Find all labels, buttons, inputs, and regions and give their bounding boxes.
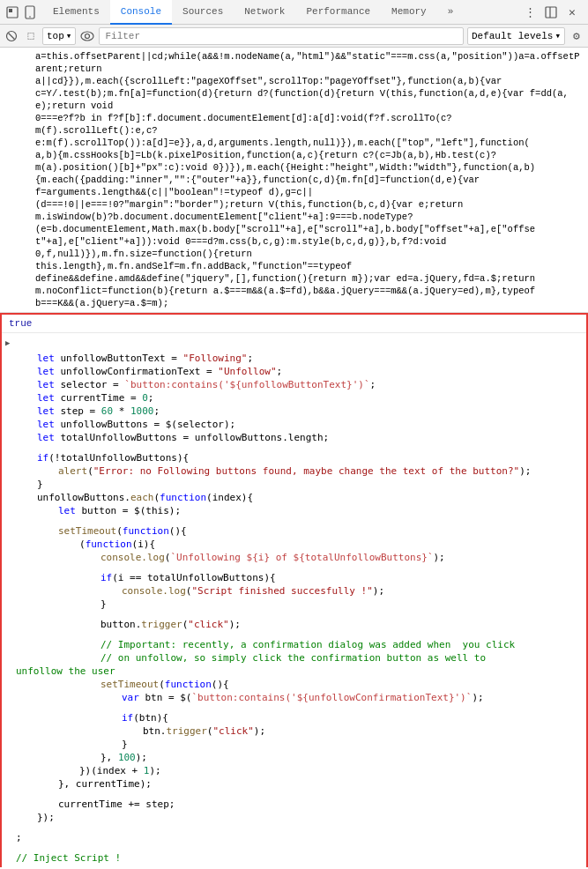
code-line-2: let unfollowConfirmationText = "Unfollow… (16, 365, 579, 378)
code-line-15: console.log(`Unfollowing ${i} of ${total… (16, 551, 579, 564)
tab-sources[interactable]: Sources (172, 0, 234, 25)
clear-console-icon[interactable] (4, 28, 19, 44)
inspect-element-icon[interactable] (4, 4, 21, 21)
code-line-22: if(btn){ (16, 711, 579, 724)
filter-input[interactable] (99, 27, 464, 45)
devtools-tabs: Elements Console Sources Network Perform… (42, 0, 464, 25)
eye-icon[interactable] (79, 28, 95, 44)
code-line-30: ; (16, 831, 579, 844)
dock-icon[interactable] (542, 4, 560, 21)
minified-js-text: a=this.offsetParent||cd;while(a&&!m.node… (0, 49, 588, 310)
code-blank-1 (16, 444, 579, 451)
active-script-block: true ▶ let unfollowButtonText = "Followi… (0, 313, 588, 867)
code-blank-8 (16, 824, 579, 831)
svg-line-7 (9, 33, 15, 39)
console-toolbar: ⬚ top ▾ Default levels ▾ ⚙ (0, 25, 588, 48)
code-line-12: let button = $(this); (16, 504, 579, 517)
code-arrow-line: ▶ (2, 335, 586, 352)
code-blank-4 (16, 611, 579, 618)
code-line-25: }, 100); (16, 751, 579, 764)
devtools-tab-bar: Elements Console Sources Network Perform… (0, 0, 588, 25)
code-line-6: let unfollowButtons = $(selector); (16, 418, 579, 431)
code-line-19: button.trigger("click"); (16, 618, 579, 631)
mobile-icon[interactable] (21, 4, 39, 21)
code-line-27: }, currentTime); (16, 777, 579, 791)
code-line-20: setTimeout(function(){ (16, 678, 579, 691)
code-comment-1: // Important: recently, a confirmation d… (16, 638, 579, 651)
code-line-26: })(index + 1); (16, 764, 579, 777)
close-devtools-icon[interactable]: ✕ (563, 4, 581, 21)
code-blank-3 (16, 564, 579, 571)
console-output-area[interactable]: a=this.offsetParent||cd;while(a&&!m.node… (0, 48, 588, 867)
context-value: top (47, 31, 64, 41)
log-level-chevron: ▾ (555, 30, 561, 41)
code-line-31: document.getElementsByTagName('head')[0]… (16, 865, 579, 867)
code-line-10: } (16, 478, 579, 491)
code-line-4: let currentTime = 0; (16, 391, 579, 405)
log-level-label: Default levels (472, 31, 553, 41)
code-blank-5 (16, 631, 579, 638)
context-chevron: ▾ (66, 30, 72, 41)
code-blank-9 (16, 844, 579, 851)
svg-rect-1 (9, 9, 12, 12)
minified-js-block: a=this.offsetParent||cd;while(a&&!m.node… (0, 48, 588, 313)
svg-point-9 (86, 33, 90, 38)
tab-console[interactable]: Console (110, 0, 172, 25)
code-line-17: console.log("Script finished succesfully… (16, 584, 579, 598)
code-blank-7 (16, 791, 579, 798)
code-line-16: if(i == totalUnfollowButtons){ (16, 571, 579, 584)
customize-icon[interactable]: ⋮ (521, 4, 539, 21)
script-code: ▶ let unfollowButtonText = "Following"; … (2, 333, 586, 867)
code-blank-2 (16, 517, 579, 524)
code-line-8: if(!totalUnfollowButtons){ (16, 451, 579, 464)
code-line-11: unfollowButtons.each(function(index){ (16, 491, 579, 504)
context-selector[interactable]: top ▾ (42, 27, 76, 45)
tab-memory[interactable]: Memory (381, 0, 437, 25)
true-output-value: true (9, 316, 32, 331)
svg-point-8 (81, 32, 93, 41)
code-line-29: }); (16, 811, 579, 824)
code-comment-2: // on unfollow, so simply click the conf… (16, 651, 579, 665)
code-line-18: } (16, 598, 579, 611)
code-line-7: let totalUnfollowButtons = unfollowButto… (16, 431, 579, 444)
code-comment-4: // Inject Script ! (16, 851, 579, 865)
code-line-24: } (16, 738, 579, 751)
svg-rect-4 (546, 7, 556, 18)
code-line-9: alert("Error: no Following buttons found… (16, 464, 579, 478)
tab-more[interactable]: » (437, 0, 465, 25)
code-comment-3: unfollow the user (16, 665, 579, 678)
expand-arrow-icon[interactable]: ▶ (5, 336, 13, 351)
code-line-21: var btn = $(`button:contains('${unfollow… (16, 691, 579, 704)
code-line-14: (function(i){ (16, 538, 579, 551)
tab-network[interactable]: Network (234, 0, 295, 25)
preserve-log-icon[interactable]: ⬚ (23, 28, 39, 44)
toolbar-actions: ⋮ ✕ (521, 4, 584, 21)
tab-elements[interactable]: Elements (42, 0, 110, 25)
code-line-28: currentTime += step; (16, 798, 579, 811)
code-line-5: let step = 60 * 1000; (16, 405, 579, 418)
tab-performance[interactable]: Performance (295, 0, 381, 25)
code-blank-6 (16, 704, 579, 711)
console-settings-icon[interactable]: ⚙ (569, 28, 584, 44)
log-level-selector[interactable]: Default levels ▾ (467, 27, 565, 45)
svg-point-3 (29, 16, 31, 18)
code-line-3: let selector = `button:contains('${unfol… (16, 378, 579, 391)
code-line-23: btn.trigger("click"); (16, 724, 579, 738)
output-true-line: true (2, 315, 586, 333)
code-line-13: setTimeout(function(){ (16, 524, 579, 538)
code-content: let unfollowButtonText = "Following"; le… (2, 352, 586, 867)
code-line-1: let unfollowButtonText = "Following"; (16, 352, 579, 365)
